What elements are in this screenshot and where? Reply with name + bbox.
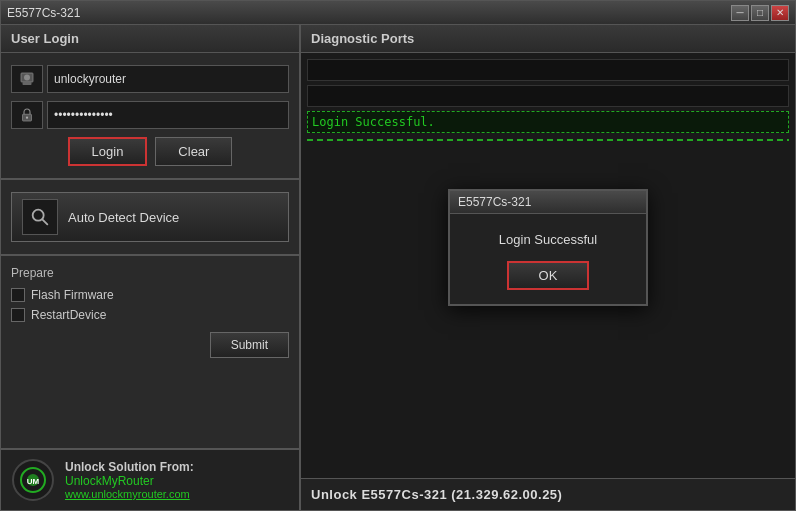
flash-firmware-label: Flash Firmware [31,288,114,302]
user-login-section: Login Clear [1,53,299,180]
password-row [11,101,289,129]
svg-line-6 [42,219,47,224]
clear-button[interactable]: Clear [155,137,232,166]
modal-dialog: E5577Cs-321 Login Successful OK [448,189,648,306]
prepare-label: Prepare [11,266,289,280]
brand-text: Unlock Solution From: UnlockMyRouter www… [65,460,194,500]
modal-body: Login Successful OK [450,214,646,304]
svg-point-1 [24,75,30,81]
main-content: User Login [1,25,795,510]
diag-separator [307,139,789,141]
svg-point-4 [26,117,28,119]
right-panel: Diagnostic Ports Login Successful. E5577… [301,25,795,510]
brand-name: UnlockMyRouter [65,474,194,488]
login-buttons-row: Login Clear [11,137,289,166]
title-bar: E5577Cs-321 ─ □ ✕ [1,1,795,25]
bottom-bar: Unlock E5577Cs-321 (21.329.62.00.25) [301,478,795,510]
brand-url[interactable]: www.unlockmyrouter.com [65,488,194,500]
close-button[interactable]: ✕ [771,5,789,21]
diag-line-green: Login Successful. [307,111,789,133]
brand-logo: UM [11,458,55,502]
diag-ports-header: Diagnostic Ports [301,25,795,53]
modal-title-bar: E5577Cs-321 [450,191,646,214]
svg-rect-2 [23,82,32,85]
username-row [11,65,289,93]
title-bar-buttons: ─ □ ✕ [731,5,789,21]
maximize-button[interactable]: □ [751,5,769,21]
restart-device-label: RestartDevice [31,308,106,322]
restart-device-checkbox[interactable] [11,308,25,322]
auto-detect-section: Auto Detect Device [1,180,299,256]
login-button[interactable]: Login [68,137,148,166]
left-panel: User Login [1,25,301,510]
svg-text:UM: UM [27,477,40,486]
window-title: E5577Cs-321 [7,6,80,20]
auto-detect-button[interactable]: Auto Detect Device [11,192,289,242]
branding-section: UM Unlock Solution From: UnlockMyRouter … [1,450,299,510]
restart-device-row: RestartDevice [11,308,289,322]
user-login-header: User Login [1,25,299,53]
login-success-text: Login Successful. [312,115,435,129]
diag-line-1 [307,59,789,81]
modal-message: Login Successful [499,232,597,247]
minimize-button[interactable]: ─ [731,5,749,21]
submit-button[interactable]: Submit [210,332,289,358]
diag-line-2 [307,85,789,107]
modal-ok-button[interactable]: OK [507,261,590,290]
submit-row: Submit [11,332,289,358]
brand-unlock-label: Unlock Solution From: [65,460,194,474]
main-window: E5577Cs-321 ─ □ ✕ User Login [0,0,796,511]
password-icon [11,101,43,129]
flash-firmware-checkbox[interactable] [11,288,25,302]
prepare-section: Prepare Flash Firmware RestartDevice Sub… [1,256,299,450]
password-input[interactable] [47,101,289,129]
auto-detect-label: Auto Detect Device [68,210,179,225]
flash-firmware-row: Flash Firmware [11,288,289,302]
search-device-icon [22,199,58,235]
user-icon [11,65,43,93]
username-input[interactable] [47,65,289,93]
